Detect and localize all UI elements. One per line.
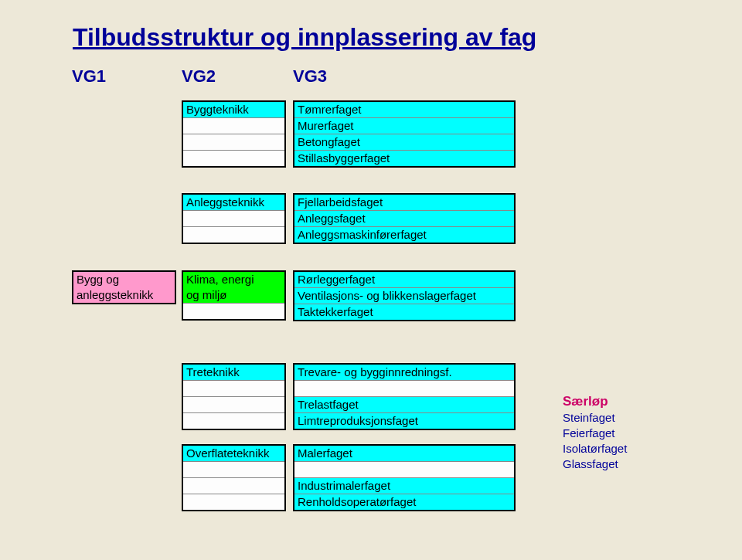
col-header-vg2: VG2 bbox=[182, 66, 216, 87]
col-header-vg3: VG3 bbox=[293, 66, 327, 87]
treteknikk-label: Treteknikk bbox=[183, 365, 284, 381]
subject-row: Betongfaget bbox=[294, 134, 514, 151]
subject-row: Murerfaget bbox=[294, 118, 514, 134]
col-header-vg1: VG1 bbox=[72, 66, 106, 87]
page-title: Tilbudsstruktur og innplassering av fag bbox=[73, 23, 536, 52]
anleggsteknikk-vg3: Fjellarbeidsfaget Anleggsfaget Anleggsma… bbox=[293, 193, 516, 244]
subject-row: Stillasbyggerfaget bbox=[294, 151, 514, 166]
subject-row: Taktekkerfaget bbox=[294, 304, 514, 320]
overflateteknikk-label: Overflateteknikk bbox=[183, 446, 284, 462]
empty-row bbox=[183, 478, 284, 494]
treteknikk-vg2: Treteknikk bbox=[182, 363, 286, 430]
side-item: Glassfaget bbox=[563, 457, 618, 470]
empty-row bbox=[294, 381, 514, 397]
anleggsteknikk-label: Anleggsteknikk bbox=[183, 195, 284, 211]
side-item: Steinfaget bbox=[563, 411, 615, 424]
byggteknikk-vg3: Tømrerfaget Murerfaget Betongfaget Still… bbox=[293, 100, 516, 168]
overflateteknikk-vg3: Malerfaget Industrimalerfaget Renholdsop… bbox=[293, 444, 516, 511]
bygg-anlegg-label-2: anleggsteknikk bbox=[73, 287, 175, 303]
subject-row: Tømrerfaget bbox=[294, 102, 514, 118]
subject-row: Limtreproduksjonsfaget bbox=[294, 413, 514, 429]
subject-row: Anleggsmaskinførerfaget bbox=[294, 227, 514, 243]
bygg-anlegg-label-1: Bygg og bbox=[73, 272, 175, 287]
klima-label-1: Klima, energi bbox=[183, 272, 284, 287]
empty-row bbox=[183, 134, 284, 151]
subject-row: Rørleggerfaget bbox=[294, 272, 514, 288]
empty-row bbox=[183, 304, 284, 319]
side-item: Isolatørfaget bbox=[563, 442, 627, 455]
subject-row: Ventilasjons- og blikkenslagerfaget bbox=[294, 288, 514, 304]
empty-row bbox=[294, 462, 514, 478]
empty-row bbox=[183, 227, 284, 243]
subject-row: Industrimalerfaget bbox=[294, 478, 514, 494]
anleggsteknikk-vg2: Anleggsteknikk bbox=[182, 193, 286, 244]
empty-row bbox=[183, 381, 284, 397]
empty-row bbox=[183, 151, 284, 166]
empty-row bbox=[183, 494, 284, 510]
byggteknikk-label: Byggteknikk bbox=[183, 102, 284, 118]
subject-row: Malerfaget bbox=[294, 446, 514, 462]
bygg-anlegg-vg1: Bygg og anleggsteknikk bbox=[72, 270, 176, 304]
subject-row: Trevare- og bygginnredningsf. bbox=[294, 365, 514, 381]
empty-row bbox=[183, 211, 284, 227]
empty-row bbox=[183, 118, 284, 134]
klima-vg3: Rørleggerfaget Ventilasjons- og blikkens… bbox=[293, 270, 516, 321]
empty-row bbox=[183, 397, 284, 413]
klima-vg2: Klima, energi og miljø bbox=[182, 270, 286, 321]
subject-row: Renholdsoperatørfaget bbox=[294, 494, 514, 510]
byggteknikk-vg2: Byggteknikk bbox=[182, 100, 286, 168]
subject-row: Trelastfaget bbox=[294, 397, 514, 413]
side-item: Feierfaget bbox=[563, 426, 615, 440]
overflateteknikk-vg2: Overflateteknikk bbox=[182, 444, 286, 511]
subject-row: Fjellarbeidsfaget bbox=[294, 195, 514, 211]
klima-label-2: og miljø bbox=[183, 287, 284, 304]
side-heading: Særløp bbox=[563, 394, 608, 409]
empty-row bbox=[183, 462, 284, 478]
treteknikk-vg3: Trevare- og bygginnredningsf. Trelastfag… bbox=[293, 363, 516, 430]
empty-row bbox=[183, 413, 284, 429]
subject-row: Anleggsfaget bbox=[294, 211, 514, 227]
